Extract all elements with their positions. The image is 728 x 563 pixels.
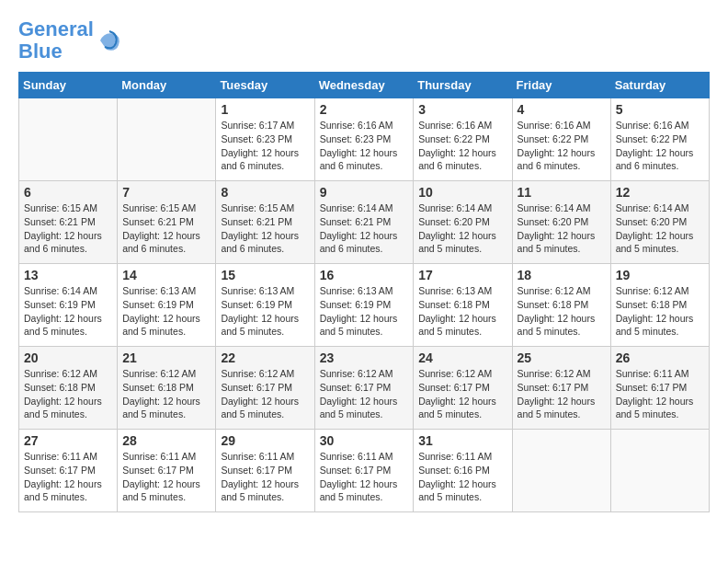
calendar-cell: 6Sunrise: 6:15 AM Sunset: 6:21 PM Daylig… bbox=[19, 181, 118, 264]
day-number: 17 bbox=[418, 268, 506, 282]
calendar-cell: 22Sunrise: 6:12 AM Sunset: 6:17 PM Dayli… bbox=[216, 347, 314, 430]
calendar-cell: 13Sunrise: 6:14 AM Sunset: 6:19 PM Dayli… bbox=[19, 264, 118, 347]
day-number: 27 bbox=[24, 433, 112, 448]
day-info: Sunrise: 6:11 AM Sunset: 6:17 PM Dayligh… bbox=[122, 450, 210, 504]
weekday-header-thursday: Thursday bbox=[414, 73, 512, 98]
calendar-week-row: 20Sunrise: 6:12 AM Sunset: 6:18 PM Dayli… bbox=[19, 347, 710, 430]
day-number: 1 bbox=[221, 102, 309, 117]
day-info: Sunrise: 6:13 AM Sunset: 6:19 PM Dayligh… bbox=[221, 284, 309, 339]
calendar-cell: 27Sunrise: 6:11 AM Sunset: 6:17 PM Dayli… bbox=[19, 430, 118, 512]
day-number: 8 bbox=[221, 185, 309, 200]
day-number: 6 bbox=[24, 185, 112, 200]
calendar-cell: 17Sunrise: 6:13 AM Sunset: 6:18 PM Dayli… bbox=[414, 264, 512, 347]
calendar-table: SundayMondayTuesdayWednesdayThursdayFrid… bbox=[18, 72, 710, 512]
calendar-cell: 12Sunrise: 6:14 AM Sunset: 6:20 PM Dayli… bbox=[610, 181, 709, 264]
day-number: 12 bbox=[616, 185, 704, 200]
calendar-cell: 7Sunrise: 6:15 AM Sunset: 6:21 PM Daylig… bbox=[118, 181, 216, 264]
calendar-week-row: 27Sunrise: 6:11 AM Sunset: 6:17 PM Dayli… bbox=[19, 430, 710, 512]
weekday-header-saturday: Saturday bbox=[610, 73, 709, 98]
day-info: Sunrise: 6:15 AM Sunset: 6:21 PM Dayligh… bbox=[24, 201, 112, 256]
page-header: General Blue bbox=[18, 18, 710, 63]
logo: General Blue bbox=[18, 18, 123, 63]
weekday-header-monday: Monday bbox=[118, 73, 216, 98]
day-info: Sunrise: 6:13 AM Sunset: 6:19 PM Dayligh… bbox=[122, 284, 210, 339]
calendar-cell bbox=[610, 430, 709, 512]
calendar-cell: 9Sunrise: 6:14 AM Sunset: 6:21 PM Daylig… bbox=[314, 181, 414, 264]
calendar-cell: 21Sunrise: 6:12 AM Sunset: 6:18 PM Dayli… bbox=[118, 347, 216, 430]
day-number: 4 bbox=[518, 102, 606, 117]
day-number: 10 bbox=[418, 185, 506, 200]
calendar-cell: 11Sunrise: 6:14 AM Sunset: 6:20 PM Dayli… bbox=[512, 181, 610, 264]
day-number: 7 bbox=[122, 185, 210, 200]
weekday-header-wednesday: Wednesday bbox=[314, 73, 414, 98]
day-info: Sunrise: 6:13 AM Sunset: 6:19 PM Dayligh… bbox=[320, 284, 409, 339]
day-info: Sunrise: 6:14 AM Sunset: 6:20 PM Dayligh… bbox=[616, 201, 704, 256]
day-number: 21 bbox=[122, 350, 210, 365]
day-info: Sunrise: 6:15 AM Sunset: 6:21 PM Dayligh… bbox=[221, 201, 309, 256]
calendar-cell bbox=[118, 98, 216, 181]
weekday-header-row: SundayMondayTuesdayWednesdayThursdayFrid… bbox=[19, 73, 710, 98]
day-number: 14 bbox=[122, 268, 210, 282]
day-info: Sunrise: 6:12 AM Sunset: 6:18 PM Dayligh… bbox=[518, 284, 606, 339]
day-number: 19 bbox=[616, 268, 704, 282]
day-info: Sunrise: 6:16 AM Sunset: 6:22 PM Dayligh… bbox=[616, 119, 704, 173]
day-info: Sunrise: 6:14 AM Sunset: 6:20 PM Dayligh… bbox=[418, 201, 506, 256]
weekday-header-tuesday: Tuesday bbox=[216, 73, 314, 98]
calendar-cell: 26Sunrise: 6:11 AM Sunset: 6:17 PM Dayli… bbox=[610, 347, 709, 430]
day-number: 24 bbox=[418, 350, 506, 365]
calendar-cell bbox=[19, 98, 118, 181]
day-info: Sunrise: 6:11 AM Sunset: 6:17 PM Dayligh… bbox=[320, 450, 409, 504]
calendar-week-row: 13Sunrise: 6:14 AM Sunset: 6:19 PM Dayli… bbox=[19, 264, 710, 347]
calendar-cell: 23Sunrise: 6:12 AM Sunset: 6:17 PM Dayli… bbox=[314, 347, 414, 430]
day-info: Sunrise: 6:11 AM Sunset: 6:17 PM Dayligh… bbox=[616, 367, 704, 421]
calendar-cell: 1Sunrise: 6:17 AM Sunset: 6:23 PM Daylig… bbox=[216, 98, 314, 181]
day-number: 26 bbox=[616, 350, 704, 365]
day-info: Sunrise: 6:12 AM Sunset: 6:17 PM Dayligh… bbox=[221, 367, 309, 421]
calendar-cell: 20Sunrise: 6:12 AM Sunset: 6:18 PM Dayli… bbox=[19, 347, 118, 430]
day-number: 28 bbox=[122, 433, 210, 448]
day-info: Sunrise: 6:11 AM Sunset: 6:16 PM Dayligh… bbox=[418, 450, 506, 504]
day-info: Sunrise: 6:16 AM Sunset: 6:22 PM Dayligh… bbox=[518, 119, 606, 173]
day-info: Sunrise: 6:14 AM Sunset: 6:21 PM Dayligh… bbox=[320, 201, 409, 256]
calendar-cell: 8Sunrise: 6:15 AM Sunset: 6:21 PM Daylig… bbox=[216, 181, 314, 264]
day-number: 15 bbox=[221, 268, 309, 282]
day-info: Sunrise: 6:13 AM Sunset: 6:18 PM Dayligh… bbox=[418, 284, 506, 339]
calendar-cell: 16Sunrise: 6:13 AM Sunset: 6:19 PM Dayli… bbox=[314, 264, 414, 347]
day-info: Sunrise: 6:11 AM Sunset: 6:17 PM Dayligh… bbox=[221, 450, 309, 504]
calendar-cell: 14Sunrise: 6:13 AM Sunset: 6:19 PM Dayli… bbox=[118, 264, 216, 347]
day-number: 2 bbox=[320, 102, 409, 117]
calendar-cell: 25Sunrise: 6:12 AM Sunset: 6:17 PM Dayli… bbox=[512, 347, 610, 430]
calendar-cell: 15Sunrise: 6:13 AM Sunset: 6:19 PM Dayli… bbox=[216, 264, 314, 347]
day-info: Sunrise: 6:16 AM Sunset: 6:22 PM Dayligh… bbox=[418, 119, 506, 173]
day-number: 30 bbox=[320, 433, 409, 448]
day-number: 25 bbox=[518, 350, 606, 365]
day-number: 23 bbox=[320, 350, 409, 365]
calendar-cell: 4Sunrise: 6:16 AM Sunset: 6:22 PM Daylig… bbox=[512, 98, 610, 181]
day-info: Sunrise: 6:12 AM Sunset: 6:18 PM Dayligh… bbox=[616, 284, 704, 339]
calendar-cell: 10Sunrise: 6:14 AM Sunset: 6:20 PM Dayli… bbox=[414, 181, 512, 264]
weekday-header-friday: Friday bbox=[512, 73, 610, 98]
day-number: 20 bbox=[24, 350, 112, 365]
day-number: 5 bbox=[616, 102, 704, 117]
calendar-cell bbox=[512, 430, 610, 512]
day-number: 3 bbox=[418, 102, 506, 117]
day-info: Sunrise: 6:12 AM Sunset: 6:17 PM Dayligh… bbox=[418, 367, 506, 421]
calendar-cell: 2Sunrise: 6:16 AM Sunset: 6:23 PM Daylig… bbox=[314, 98, 414, 181]
calendar-cell: 19Sunrise: 6:12 AM Sunset: 6:18 PM Dayli… bbox=[610, 264, 709, 347]
calendar-cell: 30Sunrise: 6:11 AM Sunset: 6:17 PM Dayli… bbox=[314, 430, 414, 512]
logo-general: General bbox=[18, 17, 94, 40]
logo-blue: Blue bbox=[18, 40, 63, 63]
logo-text: General Blue bbox=[18, 18, 94, 63]
day-info: Sunrise: 6:12 AM Sunset: 6:18 PM Dayligh… bbox=[24, 367, 112, 421]
calendar-cell: 3Sunrise: 6:16 AM Sunset: 6:22 PM Daylig… bbox=[414, 98, 512, 181]
day-number: 13 bbox=[24, 268, 112, 282]
day-number: 16 bbox=[320, 268, 409, 282]
logo-icon bbox=[96, 27, 123, 54]
calendar-cell: 31Sunrise: 6:11 AM Sunset: 6:16 PM Dayli… bbox=[414, 430, 512, 512]
day-number: 22 bbox=[221, 350, 309, 365]
day-info: Sunrise: 6:17 AM Sunset: 6:23 PM Dayligh… bbox=[221, 119, 309, 173]
day-number: 9 bbox=[320, 185, 409, 200]
weekday-header-sunday: Sunday bbox=[19, 73, 118, 98]
day-number: 29 bbox=[221, 433, 309, 448]
day-info: Sunrise: 6:12 AM Sunset: 6:17 PM Dayligh… bbox=[320, 367, 409, 421]
